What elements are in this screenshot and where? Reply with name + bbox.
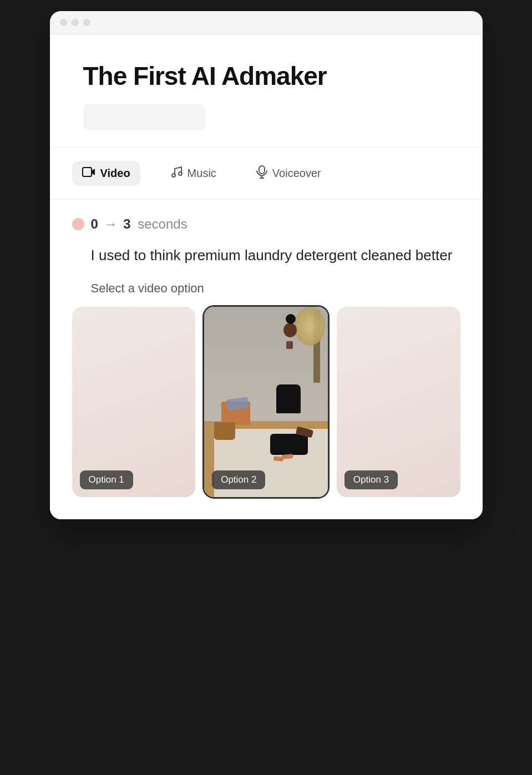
video-option-3[interactable]: Option 3 (337, 307, 460, 497)
traffic-dot-3 (83, 19, 90, 26)
video-option-1[interactable]: Option 1 (72, 307, 196, 497)
search-bar[interactable] (83, 104, 205, 130)
traffic-dot-1 (60, 19, 67, 26)
svg-point-2 (179, 172, 182, 175)
svg-rect-0 (83, 168, 92, 176)
svg-point-1 (172, 174, 175, 177)
page-header: The First AI Admaker (50, 34, 483, 148)
main-content: Video Music (50, 148, 483, 519)
video-icon (82, 166, 95, 180)
scene-text: I used to think premium laundry detergen… (91, 245, 460, 266)
timeline-dot (72, 218, 84, 230)
content-area: 0 → 3 seconds I used to think premium la… (50, 200, 483, 519)
browser-titlebar (50, 11, 483, 34)
timeline-text: 0 → 3 seconds (91, 216, 188, 232)
option1-label: Option 1 (80, 470, 133, 489)
option2-label: Option 2 (212, 470, 265, 489)
tab-video-label: Video (100, 167, 130, 180)
tab-music-label: Music (188, 167, 216, 180)
timeline-row: 0 → 3 seconds (72, 216, 460, 232)
video-option-2[interactable]: Option 2 (204, 307, 328, 497)
tab-video[interactable]: Video (72, 161, 140, 186)
select-video-label: Select a video option (91, 281, 460, 296)
tab-music[interactable]: Music (160, 160, 226, 186)
option3-label: Option 3 (344, 470, 398, 489)
browser-window: The First AI Admaker Video (50, 11, 483, 519)
option1-image (72, 307, 196, 497)
tab-voiceover-label: Voiceover (272, 167, 321, 180)
room-scene (204, 307, 328, 497)
tabs-container: Video Music (50, 148, 483, 200)
tab-voiceover[interactable]: Voiceover (246, 160, 331, 187)
video-options: Option 1 (72, 307, 460, 497)
option2-image (204, 307, 328, 497)
music-icon (170, 166, 183, 181)
page-title: The First AI Admaker (83, 62, 449, 90)
traffic-dot-2 (72, 19, 79, 26)
svg-rect-3 (259, 166, 265, 174)
option3-image (337, 307, 460, 497)
mic-icon (256, 165, 267, 181)
